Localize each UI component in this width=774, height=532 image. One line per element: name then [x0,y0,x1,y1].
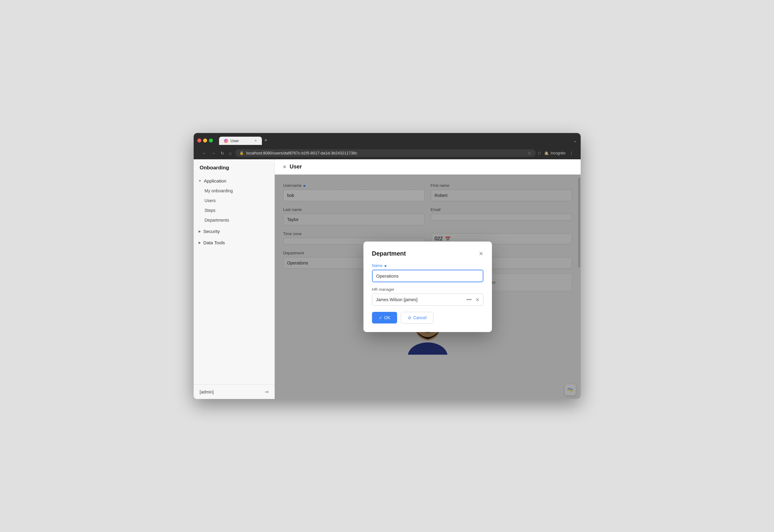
main-body: Username bob First name Robert Last name… [275,175,581,399]
traffic-lights[interactable] [197,139,213,142]
modal-name-label: Name [372,263,483,268]
browser-actions: □ 🕵 Incognito ⋮ [538,151,573,155]
modal-name-input[interactable] [372,270,483,282]
chevron-right-icon-2: ▶ [198,241,201,244]
back-button[interactable]: ← [201,150,208,156]
new-tab-button[interactable]: + [262,136,270,145]
main-header: ≡ User [275,159,581,175]
sidebar: Onboarding ▼ Application My onboarding U… [194,159,275,399]
modal-hr-manager-value: James Wilson [james] [376,297,465,302]
reload-button[interactable]: ↻ [219,150,225,156]
chevron-down-icon: ▼ [198,179,202,183]
logout-icon[interactable]: ⇥ [264,389,268,395]
address-actions: ☆ [528,151,532,155]
sidebar-item-my-onboarding[interactable]: My onboarding [194,186,274,196]
modal-select-actions: ••• ✕ [465,296,480,303]
page-title: User [290,164,302,170]
sidebar-footer: [admin] ⇥ [194,384,274,399]
secure-icon: 🔒 [239,151,244,155]
sidebar-section-header-data-tools[interactable]: ▶ Data Tools [194,238,274,248]
bookmark-icon[interactable]: ☆ [528,151,532,155]
close-button[interactable] [197,139,201,142]
modal-header: Department ✕ [372,250,483,257]
sidebar-section-label-security: Security [203,229,220,234]
sidebar-section-security: ▶ Security [194,226,274,236]
sidebar-section-label-application: Application [204,178,226,183]
department-modal: Department ✕ Name HR manager James Wilso… [363,242,492,332]
check-icon: ✓ [379,315,382,320]
forward-button[interactable]: → [210,150,217,156]
modal-required-indicator [384,265,386,267]
extensions-icon[interactable]: □ [538,151,541,155]
modal-hr-manager-label: HR manager [372,287,483,292]
menu-icon[interactable]: ⋮ [569,151,573,155]
address-bar[interactable]: 🔒 localhost:8080/users/daf8767c-b1f5-801… [235,149,536,157]
sidebar-items-application: My onboarding Users Steps Departments [194,186,274,225]
active-tab[interactable]: User ✕ [219,137,262,145]
cancel-icon: ⊘ [408,315,412,320]
menu-hamburger-icon[interactable]: ≡ [283,164,286,170]
main-content: ≡ User Username bob First [275,159,581,399]
home-button[interactable]: ⌂ [228,150,233,156]
sidebar-item-steps[interactable]: Steps [194,205,274,215]
modal-footer: ✓ OK ⊘ Cancel [372,312,483,323]
hr-manager-clear-button[interactable]: ✕ [476,297,480,303]
tab-close-button[interactable]: ✕ [254,139,257,143]
modal-ok-button[interactable]: ✓ OK [372,312,397,323]
hr-manager-options-button[interactable]: ••• [465,296,473,303]
sidebar-title: Onboarding [194,159,274,176]
maximize-button[interactable] [209,139,213,142]
chevron-right-icon: ▶ [198,230,201,233]
incognito-icon: 🕵 [544,151,549,155]
sidebar-item-users[interactable]: Users [194,196,274,205]
sidebar-section-application: ▼ Application My onboarding Users Steps … [194,176,274,225]
window-controls: ⌄ [573,138,577,143]
incognito-label: Incognito [551,151,566,155]
modal-overlay[interactable]: Department ✕ Name HR manager James Wilso… [275,175,581,399]
sidebar-user-label: [admin] [200,390,214,394]
url-text: localhost:8080/users/daf8767c-b1f5-8017-… [246,151,525,155]
minimize-button[interactable] [203,139,207,142]
sidebar-section-label-data-tools: Data Tools [203,240,225,245]
modal-title: Department [372,250,406,257]
tab-title: User [231,139,239,143]
modal-close-button[interactable]: ✕ [479,250,483,257]
sidebar-section-header-application[interactable]: ▼ Application [194,176,274,186]
sidebar-section-header-security[interactable]: ▶ Security [194,226,274,236]
modal-hr-manager-field: James Wilson [james] ••• ✕ [372,294,483,306]
incognito-badge: 🕵 Incognito [544,151,566,155]
tab-favicon [224,139,228,143]
modal-cancel-button[interactable]: ⊘ Cancel [401,312,434,323]
sidebar-section-data-tools: ▶ Data Tools [194,238,274,248]
sidebar-item-departments[interactable]: Departments [194,215,274,225]
